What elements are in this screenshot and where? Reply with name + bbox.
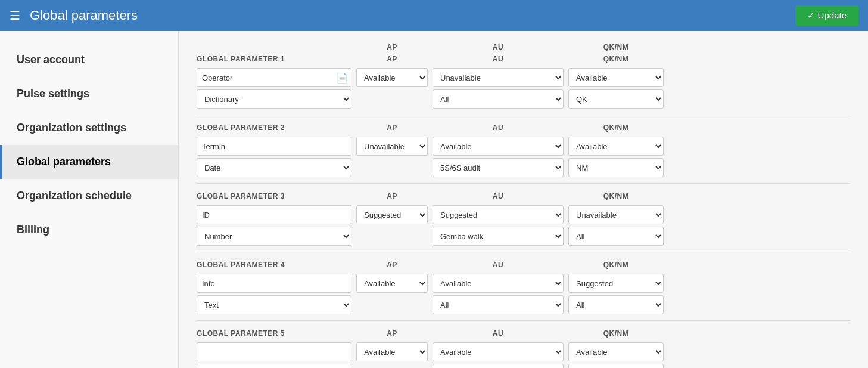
param-3-header-row: GLOBAL PARAMETER 3 AP AU QK/NM (197, 192, 850, 202)
main-layout: User account Pulse settings Organization… (0, 31, 868, 368)
param-5-ap-empty (356, 364, 428, 368)
param-3-label: GLOBAL PARAMETER 3 (197, 192, 351, 200)
param-1-type-select[interactable]: Dictionary Text Number Date (197, 89, 351, 109)
param-5-name-input[interactable] (197, 342, 351, 361)
param-2-ap-col-label: AP (356, 123, 428, 132)
sidebar-item-user-account[interactable]: User account (0, 43, 178, 77)
sidebar-item-organization-settings[interactable]: Organization settings (0, 111, 178, 145)
param-4-label: GLOBAL PARAMETER 4 (197, 261, 351, 269)
hamburger-icon[interactable]: ☰ (10, 8, 20, 23)
param-2-type-cell: Dictionary Text Number Date (197, 158, 351, 177)
param-5-au-col-label: AU (433, 329, 564, 338)
param-5-header-row: GLOBAL PARAMETER 5 AP AU QK/NM (197, 329, 850, 339)
param-4-type-select[interactable]: Dictionary Text Number Date (197, 295, 351, 314)
param-4-name-input[interactable] (197, 274, 351, 293)
param-1-row2: Dictionary Text Number Date All 5S/6S au… (197, 89, 850, 109)
param-3-type-cell: Dictionary Text Number Date (197, 227, 351, 246)
param-4-qknm-row1-select[interactable]: Available Unavailable Suggested (568, 274, 664, 293)
param-3-row2: Dictionary Text Number Date All 5S/6S au… (197, 227, 850, 246)
param-3-ap-select[interactable]: Available Unavailable Suggested (356, 205, 428, 224)
param-2-type-select[interactable]: Dictionary Text Number Date (197, 158, 351, 177)
col-au-header: AU (433, 43, 564, 51)
update-button[interactable]: ✓ Update (795, 5, 858, 26)
param-5-label: GLOBAL PARAMETER 5 (197, 329, 351, 338)
param-1-ap-cell: Available Unavailable Suggested (356, 68, 428, 87)
param-5-au-row1-cell: Available Unavailable Suggested All (433, 342, 564, 361)
param-5-qknm-row2-select[interactable]: QK NM All (568, 364, 664, 368)
param-2-qknm-row2-select[interactable]: QK NM All (568, 158, 664, 177)
param-2-name-cell (197, 137, 351, 156)
param-5-au-row2-select[interactable]: All 5S/6S audit Gemba walk (433, 364, 564, 368)
param-1-ap-select[interactable]: Available Unavailable Suggested (356, 68, 428, 87)
col-qknm-header: QK/NM (568, 43, 664, 51)
param-4-qknm-row2-select[interactable]: QK NM All (568, 295, 664, 314)
param-3-name-input[interactable] (197, 205, 351, 224)
sidebar-item-global-parameters[interactable]: Global parameters (0, 145, 178, 179)
sidebar-item-pulse-settings[interactable]: Pulse settings (0, 77, 178, 111)
param-4-ap-empty (356, 295, 428, 314)
param-1-qknm-row2-select[interactable]: QK NM All (568, 89, 664, 109)
param-5-au-row2-cell: All 5S/6S audit Gemba walk (433, 364, 564, 368)
param-5-ap-select[interactable]: Available Unavailable Suggested (356, 342, 428, 361)
param-5-row2: Dictionary Text Number Date All 5S/6S au… (197, 364, 850, 368)
param-1-ap-empty (356, 89, 428, 109)
sidebar-item-organization-schedule[interactable]: Organization schedule (0, 179, 178, 213)
param-3-qknm-row2-cell: QK NM All (568, 227, 664, 246)
param-2-au-row1-cell: Available Unavailable Suggested All (433, 137, 564, 156)
param-2-ap-empty (356, 158, 428, 177)
parameters-table: AP AU QK/NM GLOBAL PARAMETER 1 AP AU QK/… (197, 43, 850, 368)
param-1-ap-col-label: AP (356, 55, 428, 63)
main-content: AP AU QK/NM GLOBAL PARAMETER 1 AP AU QK/… (179, 31, 868, 368)
param-1-row1: 📄 Available Unavailable Suggested Availa… (197, 68, 850, 87)
sidebar-item-billing[interactable]: Billing (0, 213, 178, 247)
param-4-au-row1-select[interactable]: Available Unavailable Suggested All (433, 274, 564, 293)
param-1-icon-btn[interactable]: 📄 (332, 68, 351, 87)
param-group-1: GLOBAL PARAMETER 1 AP AU QK/NM 📄 Availab… (197, 55, 850, 109)
param-1-type-cell: Dictionary Text Number Date (197, 89, 351, 109)
param-1-au-col-label: AU (433, 55, 564, 63)
param-2-au-row1-select[interactable]: Available Unavailable Suggested All (433, 137, 564, 156)
param-5-qknm-row1-select[interactable]: Available Unavailable Suggested (568, 342, 664, 361)
param-4-au-row2-select[interactable]: All 5S/6S audit Gemba walk (433, 295, 564, 314)
param-2-row1: Available Unavailable Suggested Availabl… (197, 137, 850, 156)
param-2-au-row2-cell: All 5S/6S audit Gemba walk (433, 158, 564, 177)
param-4-name-cell (197, 274, 351, 293)
param-5-au-row1-select[interactable]: Available Unavailable Suggested All (433, 342, 564, 361)
param-1-name-input[interactable] (197, 68, 332, 87)
param-5-type-cell: Dictionary Text Number Date (197, 364, 351, 368)
param-3-au-row2-cell: All 5S/6S audit Gemba walk (433, 227, 564, 246)
param-1-au-row2-select[interactable]: All 5S/6S audit Gemba walk (433, 89, 564, 109)
param-3-name-cell (197, 205, 351, 224)
param-group-4: GLOBAL PARAMETER 4 AP AU QK/NM Available… (197, 261, 850, 314)
param-group-3: GLOBAL PARAMETER 3 AP AU QK/NM Available… (197, 192, 850, 246)
param-3-ap-col-label: AP (356, 192, 428, 200)
param-1-qknm-col-label: QK/NM (568, 55, 664, 63)
param-4-qknm-col-label: QK/NM (568, 261, 664, 269)
param-4-ap-col-label: AP (356, 261, 428, 269)
param-1-header-row: GLOBAL PARAMETER 1 AP AU QK/NM (197, 55, 850, 64)
param-2-au-row2-select[interactable]: All 5S/6S audit Gemba walk (433, 158, 564, 177)
param-3-row1: Available Unavailable Suggested Availabl… (197, 205, 850, 224)
param-3-au-row1-select[interactable]: Available Unavailable Suggested All (433, 205, 564, 224)
param-3-qknm-row1-select[interactable]: Available Unavailable Suggested (568, 205, 664, 224)
header-left: ☰ Global parameters (10, 8, 138, 23)
param-4-ap-select[interactable]: Available Unavailable Suggested (356, 274, 428, 293)
param-2-name-input[interactable] (197, 137, 351, 156)
param-4-qknm-row2-cell: QK NM All (568, 295, 664, 314)
param-group-5: GLOBAL PARAMETER 5 AP AU QK/NM Available… (197, 329, 850, 368)
param-5-type-select[interactable]: Dictionary Text Number Date (197, 364, 351, 368)
param-4-header-row: GLOBAL PARAMETER 4 AP AU QK/NM (197, 261, 850, 270)
col-ap-header: AP (356, 43, 428, 51)
param-group-2: GLOBAL PARAMETER 2 AP AU QK/NM Available… (197, 123, 850, 177)
param-3-qknm-row2-select[interactable]: QK NM All (568, 227, 664, 246)
param-4-row1: Available Unavailable Suggested Availabl… (197, 274, 850, 293)
param-2-label: GLOBAL PARAMETER 2 (197, 123, 351, 132)
param-1-au-row1-select[interactable]: Available Unavailable Suggested All (433, 68, 564, 87)
param-2-ap-select[interactable]: Available Unavailable Suggested (356, 137, 428, 156)
param-4-au-row1-cell: Available Unavailable Suggested All (433, 274, 564, 293)
param-2-qknm-row1-select[interactable]: Available Unavailable Suggested (568, 137, 664, 156)
param-3-type-select[interactable]: Dictionary Text Number Date (197, 227, 351, 246)
param-1-qknm-row1-select[interactable]: Available Unavailable Suggested (568, 68, 664, 87)
param-2-au-col-label: AU (433, 123, 564, 132)
param-3-au-row2-select[interactable]: All 5S/6S audit Gemba walk (433, 227, 564, 246)
